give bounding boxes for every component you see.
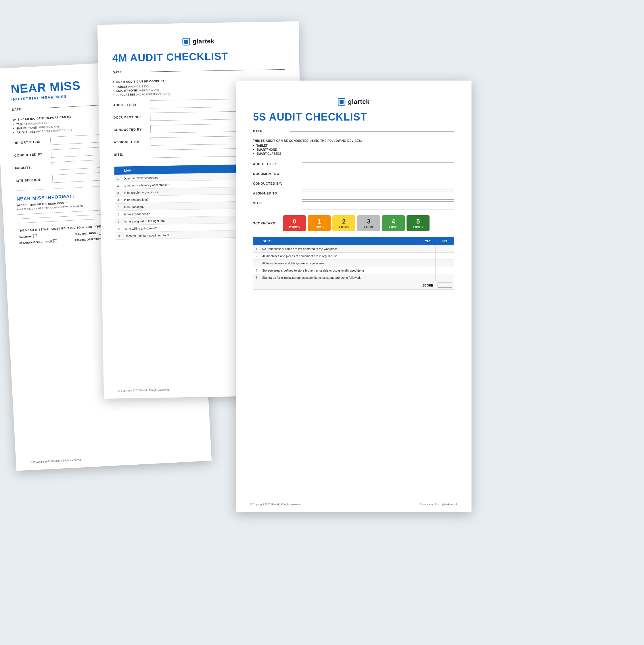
- row-num-7: 7: [115, 218, 122, 225]
- 5s-assigned-to-label: ASSIGNED TO:: [253, 192, 299, 200]
- footer-copyright-near-miss: © Copyright 2023 Glartek. All rights res…: [30, 458, 82, 464]
- sort-yes-1[interactable]: [421, 245, 435, 253]
- report-title-label: REPORT TITLE:: [13, 140, 48, 145]
- 4m-doc-no-label: DOCUMENT No:: [113, 115, 148, 119]
- score-sub-5: 0 Errors: [413, 225, 423, 228]
- device-2: SMARTPHONE: [16, 126, 37, 130]
- sort-header: SORT: [260, 237, 421, 245]
- row-num-5: 5: [115, 203, 122, 211]
- 5s-fields-grid: AUDIT TITLE: DOCUMENT No: CONDUCTED BY: …: [253, 162, 454, 209]
- 5s-doc-no-input[interactable]: [302, 172, 454, 180]
- score-box-2: 2 3 Errors: [332, 215, 355, 231]
- 5s-conducted-by-input[interactable]: [302, 182, 454, 190]
- sort-row-5: 5 Standards for eliminating unnecessary …: [253, 274, 454, 281]
- 4m-conducted-by-label: CONDUCTED BY:: [113, 128, 148, 132]
- 5s-doc-no-label: DOCUMENT No:: [253, 172, 299, 180]
- 5s-site-input[interactable]: [302, 201, 454, 209]
- score-sub-1: 4 Errors: [314, 225, 324, 228]
- scorecard-label: SCORECARD:: [253, 222, 279, 225]
- score-box-1: 1 4 Errors: [308, 215, 331, 231]
- sort-text-4: Storage area is defined to store broken,…: [260, 267, 421, 274]
- 5s-conducted-by-label: CONDUCTED BY:: [253, 182, 299, 190]
- situation-fall-trip: FALL/TRIP: [18, 232, 73, 239]
- sort-no-2[interactable]: [435, 253, 454, 260]
- row-num-8: 8: [115, 225, 122, 232]
- row-num-4: 4: [115, 196, 121, 203]
- sort-no-3[interactable]: [435, 260, 454, 267]
- score-num-4: 4: [392, 218, 395, 225]
- falling-object-label: FALLING OBJECT/PART: [75, 237, 105, 241]
- sort-yes-5[interactable]: [421, 274, 435, 281]
- score-num-3: 3: [367, 218, 370, 225]
- 4m-date-row: DATE:: [112, 68, 285, 74]
- glartek-logo-icon-5s: [338, 98, 346, 106]
- score-box-5: 5 0 Errors: [406, 215, 429, 231]
- sort-no-5[interactable]: [435, 274, 454, 281]
- 5s-date-row: DATE:: [253, 130, 454, 133]
- score-sub-4: 1 Error: [389, 225, 398, 228]
- score-input-box[interactable]: [437, 282, 452, 288]
- fall-trip-checkbox[interactable]: [33, 234, 37, 238]
- 5s-audit-document: glartek 5S AUDIT CHECKLIST DATE: THIS 5S…: [236, 80, 471, 512]
- sort-table: SORT YES NO 1 No unnecessary items are l…: [253, 237, 454, 290]
- sort-num-5: 5: [253, 274, 260, 281]
- sort-no-1[interactable]: [435, 245, 454, 253]
- sort-yes-3[interactable]: [421, 260, 435, 267]
- hazardous-label: HAZARDOUS SUBSTANCE: [19, 240, 52, 244]
- sort-text-5: Standards for eliminating unnecessary it…: [260, 274, 421, 281]
- sort-no-header: NO: [435, 237, 454, 245]
- 5s-date-label: DATE:: [253, 130, 288, 133]
- 5s-audit-title-label: AUDIT TITLE:: [253, 162, 299, 170]
- 5s-site-label: SITE:: [253, 201, 299, 209]
- sort-no-4[interactable]: [435, 267, 454, 274]
- row-num-3: 3: [115, 189, 121, 196]
- 4m-footer-copyright: © Copyright 2023 Glartek. All rights res…: [118, 388, 170, 392]
- sort-num-3: 3: [253, 260, 260, 267]
- 5s-footer: © Copyright 2023 Glartek. All rights res…: [250, 503, 457, 506]
- sort-yes-2[interactable]: [421, 253, 435, 260]
- hazardous-checkbox[interactable]: [53, 239, 57, 243]
- fall-trip-label: FALL/TRIP: [18, 235, 32, 238]
- sort-row-1: 1 No unnecessary items are left or store…: [253, 245, 454, 253]
- svg-rect-3: [340, 100, 344, 104]
- score-sub-2: 3 Errors: [339, 225, 349, 228]
- 5s-devices-list: TABLET SMARTPHONE SMART GLASSES: [253, 144, 454, 155]
- score-box-0: 0 5+ Errors: [283, 215, 306, 231]
- 5s-logo-container: glartek: [253, 98, 454, 106]
- 4m-assigned-to-label: ASSIGNED TO:: [114, 140, 148, 144]
- 4m-site-label: SITE:: [114, 152, 148, 156]
- 5s-title: 5S AUDIT CHECKLIST: [253, 111, 454, 123]
- score-num-5: 5: [416, 218, 420, 225]
- 4m-logo-container: glartek: [112, 36, 285, 47]
- row-num-6: 6: [115, 211, 122, 218]
- sort-num-1: 1: [253, 245, 260, 253]
- near-miss-footer: © Copyright 2023 Glartek. All rights res…: [30, 452, 197, 464]
- sort-row-2: 2 All machines and pieces of equipment a…: [253, 253, 454, 260]
- scorecard-row: SCORECARD: 0 5+ Errors 1 4 Errors 2 3 Er…: [253, 215, 454, 231]
- sort-yes-4[interactable]: [421, 267, 435, 274]
- electric-shock-label: ELECTRIC SHOCK: [74, 231, 97, 235]
- 5s-footer-right: Downloaded from: glartek.com 1: [420, 503, 457, 506]
- 5s-audit-title-input[interactable]: [302, 162, 454, 170]
- score-box-4: 4 1 Error: [382, 215, 405, 231]
- sort-text-2: All machines and pieces of equipment are…: [260, 253, 421, 260]
- score-num-0: 0: [293, 218, 296, 225]
- glartek-logo-text-4m: glartek: [193, 37, 215, 45]
- score-row-label: SCORE: [253, 281, 435, 290]
- sort-row-3: 3 All tools, fixtures and fittings are i…: [253, 260, 454, 267]
- row-num-9: 9: [115, 232, 122, 239]
- sort-num-4: 4: [253, 267, 260, 274]
- device-1: TABLET: [16, 122, 27, 126]
- date-label: DATE:: [12, 106, 46, 111]
- score-sub-0: 5+ Errors: [289, 225, 300, 228]
- 4m-audit-title-label: AUDIT TITLE:: [113, 103, 147, 107]
- score-num-1: 1: [317, 218, 321, 225]
- glartek-logo-icon-4m: [182, 38, 190, 46]
- 5s-assigned-to-input[interactable]: [302, 192, 454, 200]
- score-row-input-cell: [435, 281, 454, 290]
- sort-num-header: [253, 237, 260, 245]
- situation-hazardous: HAZARDOUS SUBSTANCE: [19, 238, 73, 245]
- 5s-footer-copyright: © Copyright 2023 Glartek. All rights res…: [250, 503, 302, 506]
- conducted-by-label: CONDUCTED BY:: [14, 152, 49, 157]
- sort-row-4: 4 Storage area is defined to store broke…: [253, 267, 454, 274]
